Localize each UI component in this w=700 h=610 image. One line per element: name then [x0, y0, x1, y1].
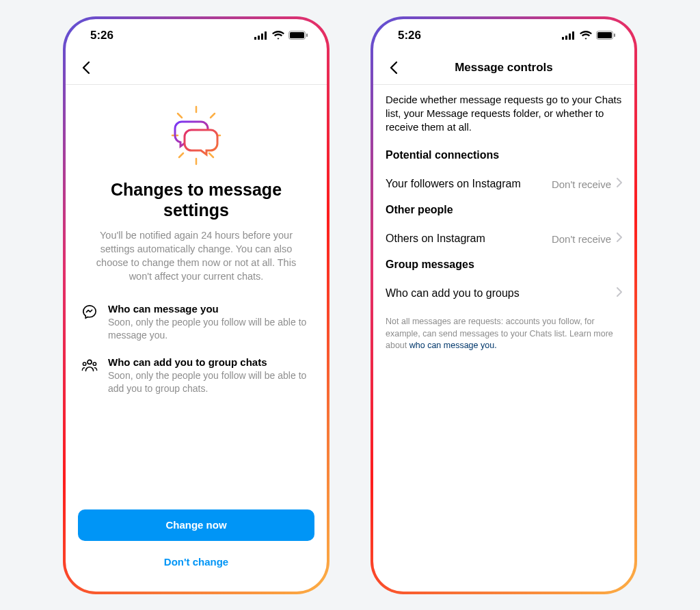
hero-description: You'll be notified again 24 hours before… [85, 228, 308, 284]
info-list: Who can message you Soon, only the peopl… [66, 284, 327, 411]
intro-text: Decide whether message requests go to yo… [373, 85, 634, 146]
row-others-on-instagram[interactable]: Others on Instagram Don't receive [373, 223, 634, 254]
nav-title: Message controls [373, 61, 634, 75]
row-value: Don't receive [552, 233, 611, 245]
row-who-can-add-groups[interactable]: Who can add you to groups [373, 278, 634, 309]
content-area: Decide whether message requests go to yo… [373, 85, 634, 592]
status-icons [562, 31, 615, 40]
row-your-followers[interactable]: Your followers on Instagram Don't receiv… [373, 168, 634, 200]
svg-rect-23 [597, 32, 612, 38]
section-group-messages: Group messages [373, 254, 634, 278]
content-area: Changes to message settings You'll be no… [66, 85, 327, 592]
svg-rect-0 [254, 37, 256, 40]
svg-rect-1 [258, 36, 260, 40]
info-item-who-can-message: Who can message you Soon, only the peopl… [81, 303, 312, 342]
row-label: Others on Instagram [386, 233, 485, 245]
chat-bubbles-illustration-icon [159, 101, 234, 170]
row-label: Who can add you to groups [386, 287, 520, 300]
back-button[interactable] [75, 57, 97, 79]
chevron-left-icon [390, 61, 398, 75]
svg-rect-2 [261, 34, 263, 40]
status-icons [254, 31, 308, 40]
status-bar: 5:26 [66, 19, 327, 52]
svg-point-15 [88, 360, 92, 364]
dont-change-button[interactable]: Don't change [78, 548, 314, 576]
battery-icon [288, 31, 308, 40]
status-bar: 5:26 [373, 19, 634, 52]
svg-line-12 [179, 153, 183, 157]
hero-section: Changes to message settings You'll be no… [66, 85, 327, 284]
svg-point-16 [83, 362, 85, 365]
svg-rect-21 [572, 31, 574, 40]
nav-bar [66, 52, 327, 85]
battery-icon [596, 31, 615, 40]
back-button[interactable] [383, 57, 405, 79]
svg-line-8 [178, 114, 182, 118]
people-group-icon [81, 356, 98, 395]
chevron-left-icon [82, 61, 90, 75]
hero-title: Changes to message settings [85, 179, 308, 220]
wifi-icon [272, 31, 284, 40]
chevron-right-icon [617, 287, 622, 300]
svg-rect-18 [562, 37, 564, 40]
status-time: 5:26 [90, 29, 113, 42]
svg-rect-19 [565, 36, 567, 40]
svg-rect-24 [614, 34, 615, 37]
footnote-link[interactable]: who can message you. [409, 341, 497, 350]
svg-point-17 [93, 362, 96, 365]
phone-mockup-right: 5:26 Message controls Decide whether mes… [371, 16, 637, 594]
phone-screen: 5:26 Message controls Decide whether mes… [373, 19, 634, 592]
footnote: Not all messages are requests: accounts … [373, 309, 634, 359]
info-item-group-chats: Who can add you to group chats Soon, onl… [81, 356, 312, 395]
row-label: Your followers on Instagram [386, 178, 521, 190]
info-item-subtitle: Soon, only the people you follow will be… [108, 369, 312, 395]
messenger-icon [81, 303, 98, 342]
nav-bar: Message controls [373, 52, 634, 85]
phone-mockup-left: 5:26 [63, 16, 329, 594]
svg-line-13 [209, 153, 213, 157]
change-now-button[interactable]: Change now [78, 509, 314, 541]
row-value: Don't receive [552, 178, 611, 190]
svg-rect-6 [306, 34, 308, 37]
phone-screen: 5:26 [66, 19, 327, 592]
info-item-title: Who can message you [108, 303, 312, 315]
svg-rect-5 [290, 32, 304, 38]
svg-line-9 [211, 114, 215, 118]
section-other-people: Other people [373, 200, 634, 223]
info-item-title: Who can add you to group chats [108, 356, 312, 368]
chevron-right-icon [617, 233, 622, 245]
info-item-subtitle: Soon, only the people you follow will be… [108, 316, 312, 342]
svg-rect-3 [265, 31, 267, 40]
chevron-right-icon [617, 178, 622, 190]
signal-icon [254, 31, 268, 40]
wifi-icon [580, 31, 592, 40]
svg-rect-20 [569, 34, 571, 40]
signal-icon [562, 31, 576, 40]
section-potential-connections: Potential connections [373, 145, 634, 168]
status-time: 5:26 [398, 29, 421, 42]
